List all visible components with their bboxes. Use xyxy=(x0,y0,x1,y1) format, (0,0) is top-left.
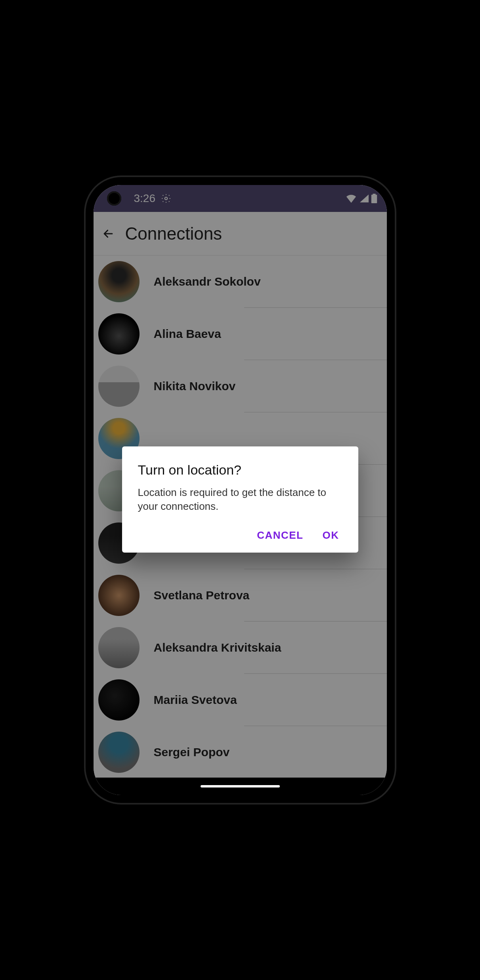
cancel-button[interactable]: CANCEL xyxy=(257,529,303,541)
system-nav-bar xyxy=(94,778,387,795)
location-dialog: Turn on location? Location is required t… xyxy=(122,446,358,553)
dialog-actions: CANCEL OK xyxy=(138,513,342,553)
ok-button[interactable]: OK xyxy=(323,529,339,541)
dialog-title: Turn on location? xyxy=(138,462,342,478)
home-indicator[interactable] xyxy=(201,785,280,787)
screen: 3:26 xyxy=(94,185,387,795)
dialog-body: Location is required to get the distance… xyxy=(138,486,342,513)
phone-frame: 3:26 xyxy=(86,177,395,803)
phone-inner: 3:26 xyxy=(94,185,387,795)
